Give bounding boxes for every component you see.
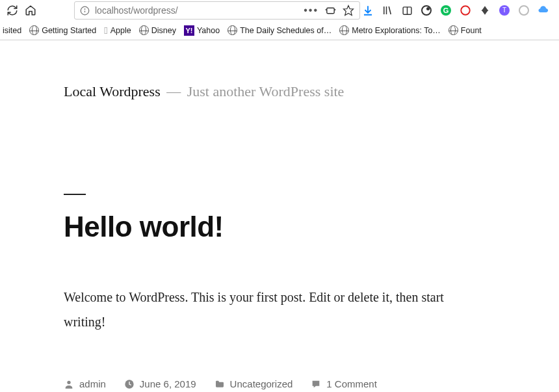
- meta-author: admin: [64, 378, 106, 389]
- site-tagline: Just another WordPress site: [187, 83, 344, 99]
- browser-nav-bar: localhost/wordpress/ ••• G T: [0, 0, 559, 21]
- reload-button[interactable]: [4, 1, 21, 20]
- post-divider: [64, 194, 86, 195]
- bookmark-item[interactable]: Fount: [448, 25, 482, 35]
- post-title[interactable]: Hello world!: [64, 211, 474, 243]
- globe-icon: [29, 25, 39, 35]
- page-content: Local Wordpress — Just another WordPress…: [0, 40, 474, 389]
- svg-point-2: [84, 8, 85, 9]
- svg-point-11: [67, 380, 70, 384]
- info-icon: [80, 6, 90, 16]
- meta-category: Uncategorized: [214, 378, 293, 389]
- globe-icon: [339, 25, 349, 35]
- extension-icon-6[interactable]: [517, 4, 530, 17]
- yahoo-icon: Y!: [184, 25, 194, 36]
- svg-point-10: [461, 6, 470, 15]
- url-text: localhost/wordpress/: [95, 5, 298, 16]
- bookmark-item[interactable]: Y!Yahoo: [184, 25, 220, 36]
- bookmark-item[interactable]: Getting Started: [29, 25, 96, 35]
- bookmark-item[interactable]: Metro Explorations: To…: [339, 25, 441, 35]
- extension-icon-2[interactable]: G: [439, 4, 452, 17]
- site-header: Local Wordpress — Just another WordPress…: [64, 83, 474, 100]
- svg-line-7: [389, 7, 391, 14]
- download-icon[interactable]: [361, 4, 374, 17]
- globe-icon: [228, 25, 237, 35]
- extension-icon-4[interactable]: [478, 4, 491, 17]
- meta-comments: 1 Comment: [311, 378, 377, 389]
- library-icon[interactable]: [381, 4, 394, 17]
- sidebar-icon[interactable]: [400, 4, 413, 17]
- globe-icon: [448, 25, 458, 35]
- bookmark-item[interactable]: isited: [3, 26, 21, 35]
- bookmark-star-icon[interactable]: [343, 5, 354, 16]
- comment-icon: [311, 379, 321, 389]
- category-link[interactable]: Uncategorized: [230, 378, 293, 389]
- author-link[interactable]: admin: [79, 378, 106, 389]
- comments-link[interactable]: 1 Comment: [326, 378, 377, 389]
- post-body: Welcome to WordPress. This is your first…: [64, 285, 474, 334]
- post-meta: admin June 6, 2019 Uncategorized 1 Comme…: [64, 378, 474, 389]
- url-bar[interactable]: localhost/wordpress/ •••: [74, 1, 360, 20]
- author-icon: [64, 379, 74, 389]
- apple-icon: : [104, 25, 107, 36]
- extension-icon-1[interactable]: [420, 4, 433, 17]
- extension-icon-7[interactable]: [537, 4, 550, 17]
- reader-icon[interactable]: [325, 5, 336, 16]
- toolbar-icons: G T: [361, 4, 555, 17]
- date-link[interactable]: June 6, 2019: [140, 378, 196, 389]
- home-button[interactable]: [22, 1, 39, 20]
- extension-icon-3[interactable]: [459, 4, 472, 17]
- extension-icon-5[interactable]: T: [498, 4, 511, 17]
- svg-rect-3: [327, 8, 334, 14]
- bookmark-item[interactable]: Apple: [104, 25, 131, 36]
- svg-marker-4: [344, 6, 354, 16]
- folder-icon: [214, 379, 225, 389]
- bookmarks-bar: isited Getting Started Apple Disney Y!Y…: [0, 21, 559, 40]
- more-icon[interactable]: •••: [304, 5, 318, 16]
- globe-icon: [139, 25, 149, 35]
- tagline-dash: —: [166, 83, 181, 99]
- clock-icon: [124, 379, 135, 389]
- bookmark-item[interactable]: Disney: [139, 25, 176, 35]
- site-title[interactable]: Local Wordpress: [64, 83, 161, 99]
- bookmark-item[interactable]: The Daily Schedules of…: [228, 25, 332, 35]
- meta-date: June 6, 2019: [124, 378, 196, 389]
